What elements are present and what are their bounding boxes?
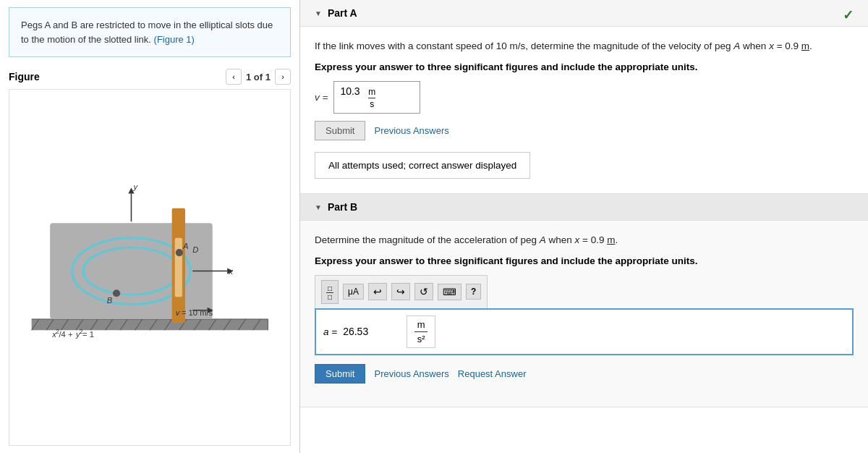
svg-text:B: B <box>107 296 113 305</box>
part-b-content: Determine the magnitude of the accelerat… <box>300 221 868 407</box>
part-b-units-box: m s² <box>407 316 435 348</box>
svg-text:= 1: = 1 <box>82 331 94 339</box>
svg-text:A: A <box>182 242 188 250</box>
part-a-input-box: 10.3 m s <box>333 81 420 114</box>
svg-text:x: x <box>228 267 233 276</box>
part-a-checkmark: ✓ <box>843 7 854 23</box>
part-b-units-num: m <box>414 319 427 332</box>
figure-link[interactable]: (Figure 1) <box>154 34 195 45</box>
part-a-instruction: Express your answer to three significant… <box>315 62 854 72</box>
help-button[interactable]: ? <box>466 284 481 300</box>
part-a-header[interactable]: ▼ Part A ✓ <box>300 0 868 27</box>
part-a-attempts-msg: All attempts used; correct answer displa… <box>328 160 516 171</box>
left-panel: Pegs A and B are restricted to move in t… <box>0 0 300 453</box>
figure-svg: A B D x y v = 10 m/s <box>9 90 290 445</box>
part-a-answer-value: 10.3 <box>340 85 359 97</box>
figure-header: Figure ‹ 1 of 1 › <box>0 64 299 89</box>
part-b-question: Determine the magnitude of the accelerat… <box>315 232 854 248</box>
figure-page: 1 of 1 <box>246 72 271 82</box>
part-b-section: ▼ Part B Determine the magnitude of the … <box>300 194 868 407</box>
svg-rect-23 <box>175 238 182 297</box>
part-b-request-answer-link[interactable]: Request Answer <box>458 368 527 379</box>
part-a-prev-answers-link[interactable]: Previous Answers <box>374 125 448 136</box>
figure-canvas: A B D x y v = 10 m/s <box>9 89 291 446</box>
part-a-attempts-box: All attempts used; correct answer displa… <box>315 152 530 179</box>
mu-button[interactable]: μA <box>343 284 364 300</box>
part-a-units-den: s <box>370 98 374 109</box>
figure-label: Figure <box>9 71 40 82</box>
part-a-answer-row: v = 10.3 m s <box>315 81 854 114</box>
redo-button[interactable]: ↪ <box>391 283 410 300</box>
part-b-input-area[interactable]: a = m s² <box>315 308 854 355</box>
fraction-icon: □ □ <box>326 284 333 301</box>
figure-nav: ‹ 1 of 1 › <box>226 69 291 85</box>
figure-area: Figure ‹ 1 of 1 › <box>0 64 299 453</box>
description-text: Pegs A and B are restricted to move in t… <box>21 20 273 45</box>
part-b-submit-button[interactable]: Submit <box>315 364 365 384</box>
part-b-header[interactable]: ▼ Part B <box>300 194 868 221</box>
part-a-units-num: m <box>368 87 375 98</box>
fraction-button[interactable]: □ □ <box>321 280 339 304</box>
part-a-label: Part A <box>328 7 357 19</box>
part-b-triangle: ▼ <box>315 203 322 211</box>
svg-point-26 <box>113 289 120 297</box>
svg-text:D: D <box>192 245 198 254</box>
svg-text:y: y <box>133 182 139 191</box>
undo-button[interactable]: ↩ <box>368 283 387 300</box>
svg-point-24 <box>176 249 183 256</box>
part-a-section: ▼ Part A ✓ If the link moves with a cons… <box>300 0 868 194</box>
part-a-content: If the link moves with a constant speed … <box>300 27 868 193</box>
prev-figure-button[interactable]: ‹ <box>226 69 242 85</box>
part-a-triangle: ▼ <box>315 9 322 17</box>
part-b-answer-label: a = <box>323 326 337 337</box>
part-b-prev-answers-link[interactable]: Previous Answers <box>374 368 448 379</box>
part-b-units-den: s² <box>414 332 427 344</box>
keyboard-button[interactable]: ⌨ <box>438 284 461 300</box>
next-figure-button[interactable]: › <box>275 69 291 85</box>
part-a-question: If the link moves with a constant speed … <box>315 38 854 54</box>
part-b-button-row: Submit Previous Answers Request Answer <box>315 364 854 384</box>
svg-text:/4 +: /4 + <box>59 331 72 339</box>
part-b-answer-input[interactable] <box>343 326 401 337</box>
refresh-button[interactable]: ↺ <box>414 283 433 300</box>
math-toolbar: □ □ μA ↩ ↪ ↺ ⌨ ? <box>315 275 488 308</box>
problem-description: Pegs A and B are restricted to move in t… <box>9 7 291 57</box>
part-b-label: Part B <box>328 201 357 213</box>
part-a-answer-label: v = <box>315 92 328 103</box>
part-a-units: m s <box>368 87 375 110</box>
right-panel: ▼ Part A ✓ If the link moves with a cons… <box>300 0 868 453</box>
part-a-submit-button[interactable]: Submit <box>315 121 365 140</box>
part-b-instruction: Express your answer to three significant… <box>315 255 854 266</box>
part-a-button-row: Submit Previous Answers <box>315 121 854 140</box>
